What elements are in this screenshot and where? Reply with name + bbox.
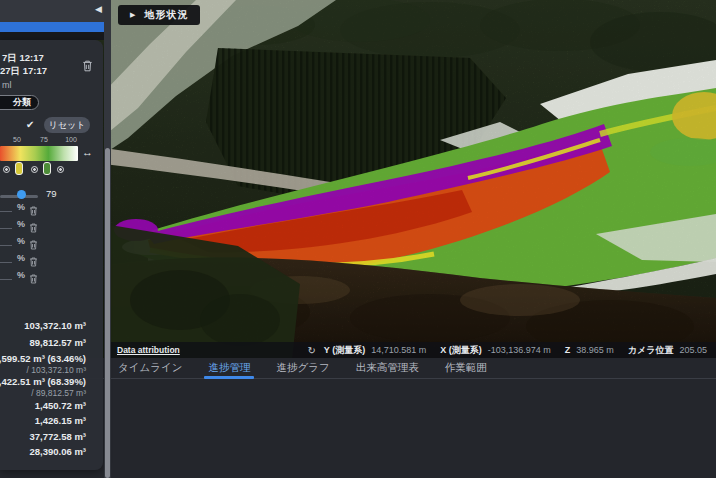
threshold-row: %: [0, 252, 103, 266]
sync-icon[interactable]: ↻: [307, 345, 315, 356]
percent-toggle-icon[interactable]: %: [17, 236, 25, 246]
volume-value: 61,422.51 m³ (68.39%): [0, 376, 86, 387]
percent-toggle-icon[interactable]: %: [17, 270, 25, 280]
threshold-row: %: [0, 269, 103, 283]
layer-settings-panel: 7日 12:17 27日 17:17 ml 分類 ✔ リセット 50 75 10…: [0, 40, 103, 470]
camera-position-value: 205.05: [679, 345, 707, 355]
volume-value: 1,426.15 m³: [35, 415, 86, 426]
threshold-row: %: [0, 218, 103, 232]
data-attribution-link[interactable]: Data attribution: [117, 345, 180, 355]
threshold-input[interactable]: [0, 228, 12, 229]
left-column-header: ◀: [0, 0, 111, 22]
volume-value-denominator: / 103,372.10 m³: [26, 365, 86, 375]
threshold-input[interactable]: [0, 279, 12, 280]
y-coord-label: Y (測量系): [324, 344, 365, 357]
collapse-sidebar-icon[interactable]: ◀: [95, 4, 102, 14]
scale-tick-100: 100: [65, 136, 77, 143]
reset-button-label: リセット: [49, 119, 86, 132]
volume-value: 1,450.72 m³: [35, 400, 86, 411]
volume-value: 65,599.52 m³ (63.46%): [0, 353, 86, 364]
classification-toggle[interactable]: 分類: [0, 95, 39, 110]
layer-filename: ml: [2, 80, 12, 90]
delete-row-button[interactable]: [29, 270, 38, 288]
threshold-input[interactable]: [0, 211, 12, 212]
scene-status-bar: Data attribution ↻ Y (測量系) 14,710.581 m …: [111, 342, 716, 358]
color-stop-handle[interactable]: [57, 166, 64, 173]
opacity-slider-thumb[interactable]: [17, 190, 26, 199]
terrain-status-tab[interactable]: ▶ 地形状況: [118, 5, 200, 25]
app-window: Data attribution ↻ Y (測量系) 14,710.581 m …: [0, 0, 716, 478]
check-icon: ✔: [26, 119, 34, 130]
tab-progress[interactable]: 進捗管理: [208, 358, 250, 379]
terrain-tab-label: 地形状況: [144, 8, 188, 22]
scale-tick-75: 75: [40, 136, 48, 143]
tab-progress-graph[interactable]: 進捗グラフ: [276, 358, 329, 379]
threshold-row: %: [0, 235, 103, 249]
range-start-datetime: 7日 12:17: [2, 52, 44, 65]
volume-value: 103,372.10 m³: [24, 320, 86, 331]
volume-value: 28,390.06 m³: [29, 446, 86, 457]
tab-output-table[interactable]: 出来高管理表: [356, 358, 419, 379]
sidebar-scrollbar-thumb[interactable]: [105, 148, 110, 478]
reset-button[interactable]: リセット: [44, 117, 90, 133]
expand-icon[interactable]: ▶: [130, 11, 135, 19]
x-coord-label: X (測量系): [440, 344, 482, 357]
percent-toggle-icon[interactable]: %: [17, 219, 25, 229]
tab-work-area[interactable]: 作業範囲: [445, 358, 487, 379]
z-coord-label: Z: [565, 345, 571, 355]
camera-coordinates: ↻ Y (測量系) 14,710.581 m X (測量系) -103,136.…: [307, 344, 716, 357]
percent-toggle-icon[interactable]: %: [17, 202, 25, 212]
opacity-slider-value: 79: [46, 188, 57, 199]
timeline-highlight-bar: [0, 22, 111, 32]
threshold-input[interactable]: [0, 262, 12, 263]
x-coord-value: -103,136.974 m: [488, 345, 551, 355]
volume-value: 37,772.58 m³: [29, 431, 86, 442]
volume-value-denominator: / 89,812.57 m³: [31, 388, 86, 398]
camera-position-label: カメラ位置: [628, 344, 674, 357]
y-coord-value: 14,710.581 m: [371, 345, 426, 355]
scale-tick-50: 50: [13, 136, 21, 143]
delete-layer-button[interactable]: [82, 58, 93, 76]
color-stop-handle[interactable]: [31, 166, 38, 173]
color-stop-handle[interactable]: [3, 166, 10, 173]
classification-toggle-label: 分類: [13, 96, 31, 109]
threshold-input[interactable]: [0, 245, 12, 246]
percent-toggle-icon[interactable]: %: [17, 253, 25, 263]
left-column-spacer: [0, 32, 111, 40]
color-stop-yellow[interactable]: [15, 162, 23, 175]
volume-value: 89,812.57 m³: [29, 337, 86, 348]
z-coord-value: 38.965 m: [576, 345, 614, 355]
threshold-row: %: [0, 201, 103, 215]
resize-range-icon[interactable]: ↔: [82, 146, 93, 158]
tab-timeline[interactable]: タイムライン: [118, 358, 182, 379]
color-ramp-legend[interactable]: [0, 146, 78, 161]
color-stop-green[interactable]: [43, 162, 51, 175]
range-end-datetime: 27日 17:17: [0, 65, 47, 78]
